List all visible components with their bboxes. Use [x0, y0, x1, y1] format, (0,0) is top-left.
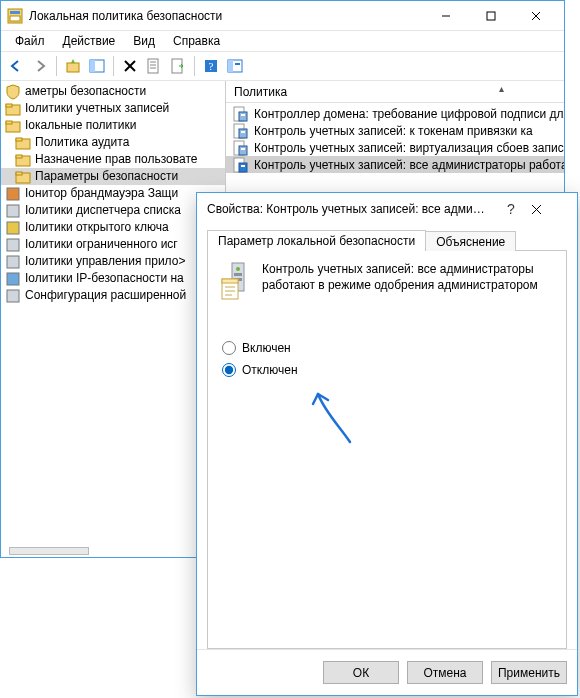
tree-node-label: Іолитики ограниченного исг [25, 236, 178, 253]
tree-node[interactable]: Параметры безопасности [1, 168, 225, 185]
list-row-label: Контроль учетных записей: виртуализация … [254, 141, 564, 155]
tree-node-label: Сонфигурация расширенной [25, 287, 186, 304]
close-button[interactable] [513, 2, 558, 30]
svg-rect-29 [16, 155, 22, 158]
tab-panel: Контроль учетных записей: все администра… [207, 251, 567, 649]
list-row-label: Контроллер домена: требование цифровой п… [254, 107, 564, 121]
svg-rect-46 [239, 146, 247, 155]
svg-rect-9 [90, 60, 95, 72]
window-title: Локальная политика безопасности [29, 9, 423, 23]
svg-rect-21 [235, 63, 240, 65]
tab-local-security-setting[interactable]: Параметр локальной безопасности [207, 230, 426, 251]
folder-icon [5, 118, 21, 134]
tree-node[interactable]: Іолитики управления прило> [1, 253, 225, 270]
tree-node[interactable]: Сонфигурация расширенной [1, 287, 225, 304]
svg-rect-1 [10, 11, 20, 14]
key-icon [5, 220, 21, 236]
menu-file[interactable]: Файл [7, 33, 53, 49]
svg-rect-20 [228, 60, 233, 72]
tree-node[interactable]: Іолитики открытого ключа [1, 219, 225, 236]
tree-node[interactable]: Іолитики IP-безопасности на [1, 270, 225, 287]
list-row[interactable]: Контроль учетных записей: все администра… [226, 156, 564, 173]
dialog-titlebar: Свойства: Контроль учетных записей: все … [197, 193, 577, 225]
apply-button[interactable]: Применить [491, 661, 567, 684]
back-button[interactable] [5, 55, 27, 77]
delete-button[interactable] [119, 55, 141, 77]
tree-node[interactable]: Политика аудита [1, 134, 225, 151]
tree-node-label: Іолитики открытого ключа [25, 219, 169, 236]
up-button[interactable] [62, 55, 84, 77]
ok-button[interactable]: ОК [323, 661, 399, 684]
dialog-help-button[interactable]: ? [491, 201, 531, 217]
lock-icon [5, 237, 21, 253]
tree-node[interactable]: Іолитики учетных записей [1, 100, 225, 117]
tree-node[interactable]: Іолитики диспетчера списка [1, 202, 225, 219]
radio-enabled[interactable]: Включен [222, 341, 554, 355]
toolbar: ? [1, 51, 564, 81]
tree-node[interactable]: аметры безопасности [1, 83, 225, 100]
list-row[interactable]: Контроль учетных записей: виртуализация … [226, 139, 564, 156]
radio-disabled-input[interactable] [222, 363, 236, 377]
forward-button[interactable] [29, 55, 51, 77]
tree-node[interactable]: Іокальные политики [1, 117, 225, 134]
list-row-label: Контроль учетных записей: к токенам прив… [254, 124, 533, 138]
dialog-title: Свойства: Контроль учетных записей: все … [207, 202, 491, 216]
tree-node[interactable]: Назначение прав пользовате [1, 151, 225, 168]
svg-rect-25 [6, 121, 12, 124]
tree-node-label: Іокальные политики [25, 117, 136, 134]
policy-header: Контроль учетных записей: все администра… [220, 261, 554, 301]
properties-button[interactable] [143, 55, 165, 77]
svg-rect-2 [10, 16, 20, 21]
properties-dialog: Свойства: Контроль учетных записей: все … [196, 192, 578, 696]
tree-node[interactable]: Іолитики ограниченного исг [1, 236, 225, 253]
svg-point-54 [236, 267, 240, 271]
tree[interactable]: аметры безопасностиІолитики учетных запи… [1, 81, 225, 306]
svg-rect-49 [239, 163, 247, 172]
tree-node-label: Іолитики IP-безопасности на [25, 270, 184, 287]
ipsec-icon [5, 271, 21, 287]
dialog-close-button[interactable] [531, 204, 571, 215]
tree-pane: аметры безопасностиІолитики учетных запи… [1, 81, 226, 557]
list-row[interactable]: Контроль учетных записей: к токенам прив… [226, 122, 564, 139]
adv-icon [5, 288, 21, 304]
svg-rect-50 [241, 165, 245, 167]
maximize-button[interactable] [468, 2, 513, 30]
folder-icon [5, 101, 21, 117]
svg-rect-34 [7, 222, 19, 234]
menu-view[interactable]: Вид [125, 33, 163, 49]
tree-node-label: аметры безопасности [25, 83, 146, 100]
svg-rect-55 [234, 273, 242, 276]
export-button[interactable] [167, 55, 189, 77]
tree-node-label: Политика аудита [35, 134, 129, 151]
help-button[interactable]: ? [200, 55, 222, 77]
svg-rect-38 [7, 290, 19, 302]
sort-indicator-icon: ▴ [499, 83, 504, 94]
minimize-button[interactable] [423, 2, 468, 30]
policy-icon [220, 261, 252, 301]
menu-action[interactable]: Действие [55, 33, 124, 49]
svg-rect-58 [222, 279, 238, 283]
tree-node-label: Іонитор брандмауэра Защи [25, 185, 178, 202]
radio-enabled-input[interactable] [222, 341, 236, 355]
svg-rect-4 [487, 12, 495, 20]
list-column-header[interactable]: Политика ▴ [226, 81, 564, 103]
svg-rect-47 [241, 148, 245, 150]
svg-rect-44 [241, 131, 245, 133]
tab-explain[interactable]: Объяснение [425, 231, 516, 251]
cancel-button[interactable]: Отмена [407, 661, 483, 684]
show-hide-tree-button[interactable] [86, 55, 108, 77]
list-row[interactable]: Контроллер домена: требование цифровой п… [226, 105, 564, 122]
policy-description: Контроль учетных записей: все администра… [262, 261, 554, 293]
horizontal-scrollbar[interactable] [9, 547, 89, 555]
refresh-button[interactable] [224, 55, 246, 77]
svg-rect-7 [67, 63, 79, 72]
radio-disabled[interactable]: Отключен [222, 363, 554, 377]
policy-item-icon [232, 157, 248, 173]
tree-node-label: Іолитики диспетчера списка [25, 202, 181, 219]
tree-node[interactable]: Іонитор брандмауэра Защи [1, 185, 225, 202]
menu-help[interactable]: Справка [165, 33, 228, 49]
folder-icon [15, 169, 31, 185]
svg-rect-32 [7, 188, 19, 200]
policy-item-icon [232, 106, 248, 122]
titlebar: Локальная политика безопасности [1, 1, 564, 31]
